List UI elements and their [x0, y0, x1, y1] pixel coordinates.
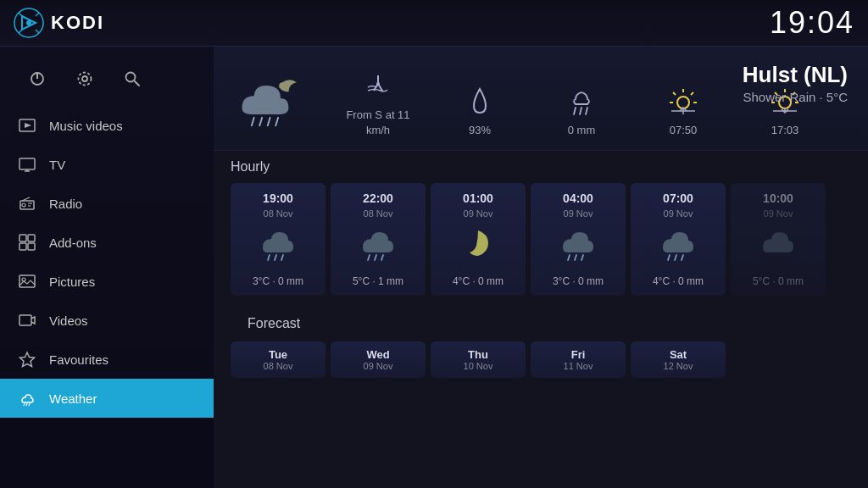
wind-detail: From S at 11km/h [327, 70, 429, 138]
sidebar-item-tv[interactable]: TV [0, 145, 214, 184]
hour-card-4[interactable]: 07:00 09 Nov 4°C · 0 mm [631, 183, 726, 296]
forecast-card-4[interactable]: Sat 12 Nov [631, 341, 726, 378]
videos-label: Videos [49, 313, 88, 328]
sunrise-detail: 07:50 [632, 86, 734, 138]
svg-line-69 [581, 255, 583, 260]
svg-rect-25 [19, 243, 26, 250]
hour-temp-3: 3°C · 0 mm [553, 275, 604, 287]
hour-card-2[interactable]: 01:00 09 Nov 4°C · 0 mm [431, 183, 526, 296]
hour-icon-0 [256, 225, 300, 265]
sidebar-item-music-videos[interactable]: Music videos [0, 106, 214, 145]
hour-time-3: 04:00 [563, 191, 593, 205]
hourly-row: 19:00 08 Nov 3°C · 0 mm 22:00 08 Nov [214, 180, 868, 302]
forecast-day-4: Sat [670, 348, 687, 361]
svg-line-67 [568, 255, 570, 260]
sidebar-item-favourites[interactable]: Favourites [0, 340, 214, 379]
hour-card-1[interactable]: 22:00 08 Nov 5°C · 1 mm [331, 183, 426, 296]
humidity-icon [467, 86, 492, 118]
pictures-label: Pictures [49, 274, 95, 289]
hour-time-0: 19:00 [263, 191, 293, 205]
wind-icon [364, 70, 392, 103]
favourites-label: Favourites [49, 352, 108, 367]
svg-rect-15 [19, 158, 35, 169]
svg-point-2 [26, 20, 31, 25]
svg-line-47 [691, 92, 693, 95]
svg-line-71 [675, 255, 676, 260]
sunrise-text: 07:50 [670, 123, 698, 138]
addons-label: Add-ons [49, 236, 97, 250]
hour-card-5[interactable]: 10:00 09 Nov 5°C · 0 mm [731, 183, 826, 296]
sidebar-item-addons[interactable]: Add-ons [0, 223, 214, 262]
hour-date-3: 09 Nov [564, 208, 593, 219]
svg-line-61 [268, 255, 270, 260]
forecast-card-2[interactable]: Thu 10 Nov [431, 341, 526, 378]
forecast-card-3[interactable]: Fri 11 Nov [531, 341, 626, 378]
addons-icon [17, 232, 37, 252]
forecast-section: Forecast Tue 08 Nov Wed 09 Nov Thu 10 No… [214, 302, 868, 378]
power-button[interactable] [24, 65, 51, 92]
forecast-date-2: 10 Nov [464, 361, 493, 371]
main-content: From S at 11km/h 93% [214, 47, 868, 488]
hour-temp-5: 5°C · 0 mm [753, 275, 804, 287]
search-button[interactable] [119, 65, 146, 92]
tv-icon [17, 154, 37, 175]
pictures-icon [17, 271, 37, 291]
svg-rect-27 [19, 275, 35, 287]
current-weather-panel: From S at 11km/h 93% [214, 47, 868, 151]
hour-icon-2 [456, 225, 500, 265]
precipitation-text: 0 mm [568, 123, 596, 138]
sidebar-item-radio[interactable]: Radio [0, 184, 214, 223]
hour-date-2: 09 Nov [464, 208, 493, 219]
kodi-title: KODI [51, 12, 104, 34]
hour-card-3[interactable]: 04:00 09 Nov 3°C · 0 mm [531, 183, 626, 296]
hour-icon-4 [656, 225, 700, 265]
tv-label: TV [49, 158, 65, 172]
svg-line-72 [682, 255, 683, 260]
precipitation-detail: 0 mm [531, 86, 632, 138]
svg-line-32 [26, 404, 27, 406]
sidebar-item-pictures[interactable]: Pictures [0, 262, 214, 301]
precipitation-icon [567, 86, 596, 118]
svg-line-63 [281, 255, 283, 260]
svg-line-37 [275, 118, 278, 125]
svg-point-45 [677, 97, 689, 108]
settings-button[interactable] [71, 65, 98, 92]
forecast-day-2: Thu [468, 348, 488, 361]
hour-card-0[interactable]: 19:00 08 Nov 3°C · 0 mm [231, 183, 326, 296]
weather-icon [17, 388, 37, 408]
svg-line-12 [135, 81, 139, 86]
location-name: Hulst (NL) [743, 62, 848, 88]
svg-line-66 [381, 255, 383, 260]
svg-rect-29 [19, 315, 31, 325]
svg-line-70 [668, 255, 670, 260]
location-condition: Shower Rain · 5°C [743, 90, 848, 104]
hour-date-0: 08 Nov [264, 208, 293, 219]
sidebar-top-icons [0, 55, 214, 106]
svg-line-36 [268, 118, 270, 125]
forecast-day-0: Tue [269, 348, 287, 361]
radio-label: Radio [49, 197, 82, 211]
forecast-date-3: 11 Nov [564, 361, 593, 371]
radio-icon [17, 193, 37, 214]
svg-line-5 [19, 30, 22, 33]
forecast-label: Forecast [231, 308, 851, 336]
svg-line-43 [580, 108, 581, 114]
hour-date-1: 08 Nov [364, 208, 393, 219]
sidebar: Music videos TV Radio Add-ons Pictures [0, 47, 214, 488]
sidebar-item-weather[interactable]: Weather [0, 379, 214, 418]
hour-icon-1 [356, 225, 400, 265]
sidebar-item-videos[interactable]: Videos [0, 301, 214, 340]
forecast-row: Tue 08 Nov Wed 09 Nov Thu 10 Nov Fri 11 … [231, 336, 851, 378]
sidebar-nav: Music videos TV Radio Add-ons Pictures [0, 106, 214, 418]
humidity-text: 93% [469, 123, 491, 138]
sunset-text: 17:03 [771, 123, 799, 138]
svg-line-68 [575, 255, 576, 260]
kodi-brand-icon [14, 8, 44, 38]
forecast-card-0[interactable]: Tue 08 Nov [231, 341, 326, 378]
svg-line-44 [586, 108, 587, 114]
hour-icon-5 [756, 225, 800, 265]
favourites-icon [17, 349, 37, 369]
forecast-card-1[interactable]: Wed 09 Nov [331, 341, 426, 378]
hourly-label: Hourly [214, 151, 868, 180]
music-videos-icon [17, 115, 37, 136]
